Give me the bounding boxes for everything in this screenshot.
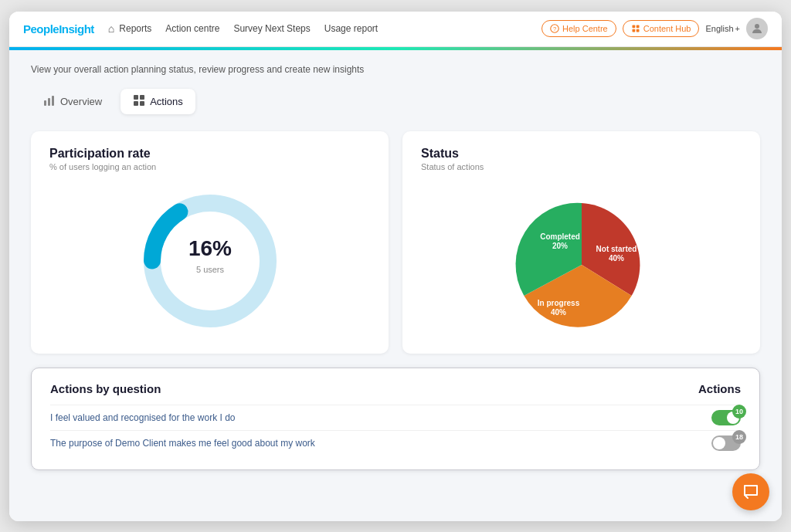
logo-text1: People (23, 22, 59, 36)
svg-text:20%: 20% (552, 242, 567, 250)
status-subtitle: Status of actions (421, 162, 742, 171)
abq-title: Actions by question (50, 382, 161, 395)
badge-1: 10 (732, 405, 746, 418)
language-selector[interactable]: English + (705, 24, 740, 33)
nav-reports[interactable]: Reports (119, 23, 151, 34)
pie-completed-label: Completed (540, 232, 580, 241)
svg-rect-13 (140, 101, 144, 106)
actions-icon (133, 94, 145, 109)
svg-rect-3 (636, 25, 639, 29)
actions-by-question-panel: Actions by question Actions I feel value… (31, 368, 760, 470)
donut-pct-text: 16% (188, 236, 231, 260)
tab-actions[interactable]: Actions (121, 89, 195, 114)
nav-right: ? Help Centre Content Hub English + (541, 18, 768, 39)
logo: PeopleInsight (23, 22, 94, 36)
abq-toggle-wrap-1: 10 (711, 410, 741, 425)
abq-toggle-wrap-2: 18 (711, 435, 741, 451)
tabs: Overview Actions (31, 89, 760, 114)
abq-header: Actions by question Actions (50, 382, 741, 395)
nav-action-centre[interactable]: Action centre (165, 23, 219, 34)
pie-chart: Not started 40% In progress 40% Complete… (497, 184, 667, 338)
lang-label: English (705, 24, 733, 33)
overview-icon (43, 94, 56, 109)
svg-rect-11 (140, 95, 144, 100)
abq-row-1: I feel valued and recognised for the wor… (50, 405, 741, 430)
svg-text:40%: 40% (608, 254, 623, 263)
chat-icon (742, 483, 760, 501)
svg-rect-9 (52, 96, 54, 106)
svg-point-6 (755, 24, 759, 29)
svg-rect-8 (48, 98, 50, 106)
content-hub-button[interactable]: Content Hub (623, 20, 700, 37)
chat-fab-button[interactable] (732, 473, 769, 510)
tab-overview[interactable]: Overview (31, 89, 114, 114)
pie-not-started-label: Not started (596, 245, 637, 253)
donut-chart-container: 16% 5 users (49, 184, 370, 338)
status-title: Status (421, 147, 742, 161)
abq-question-2: The purpose of Demo Client makes me feel… (50, 438, 315, 449)
participation-subtitle: % of users logging an action (49, 162, 370, 171)
abq-row-2: The purpose of Demo Client makes me feel… (50, 430, 741, 456)
status-panel: Status Status of actions Not started (402, 131, 760, 354)
nav-usage-report[interactable]: Usage report (324, 23, 378, 34)
logo-text2: Insight (59, 22, 94, 36)
pie-in-progress-label: In progress (537, 299, 579, 307)
home-icon[interactable]: ⌂ (108, 22, 114, 35)
svg-rect-4 (632, 29, 635, 32)
abq-question-1: I feel valued and recognised for the wor… (50, 412, 235, 423)
badge-2: 18 (732, 430, 746, 444)
tab-overview-label: Overview (60, 96, 102, 107)
tab-actions-label: Actions (150, 96, 183, 107)
content-icon (631, 24, 640, 33)
abq-col-label: Actions (698, 382, 741, 395)
donut-chart: 16% 5 users (133, 184, 287, 338)
navbar: PeopleInsight ⌂ Reports Action centre Su… (9, 12, 782, 47)
page-subtitle: View your overall action planning status… (31, 64, 760, 75)
svg-text:40%: 40% (550, 308, 565, 317)
lang-plus: + (735, 24, 740, 33)
participation-panel: Participation rate % of users logging an… (31, 131, 389, 354)
svg-rect-7 (44, 100, 46, 106)
toggle-knob-2 (713, 437, 725, 449)
help-centre-button[interactable]: ? Help Centre (541, 20, 616, 37)
content-hub-label: Content Hub (643, 24, 691, 33)
participation-title: Participation rate (49, 147, 370, 161)
nav-links: Reports Action centre Survey Next Steps … (119, 23, 541, 34)
pie-chart-container: Not started 40% In progress 40% Complete… (421, 184, 742, 338)
svg-rect-5 (636, 29, 639, 32)
svg-rect-10 (134, 95, 138, 100)
donut-users-text: 5 users (195, 265, 224, 274)
nav-survey-next-steps[interactable]: Survey Next Steps (233, 23, 310, 34)
help-centre-label: Help Centre (562, 24, 608, 33)
main-content: View your overall action planning status… (9, 50, 782, 521)
avatar-icon (750, 22, 764, 36)
panels-row: Participation rate % of users logging an… (31, 131, 760, 354)
help-icon: ? (550, 24, 559, 33)
svg-rect-12 (134, 101, 138, 106)
svg-text:?: ? (553, 25, 556, 32)
user-avatar[interactable] (746, 18, 768, 39)
svg-rect-2 (632, 25, 635, 29)
